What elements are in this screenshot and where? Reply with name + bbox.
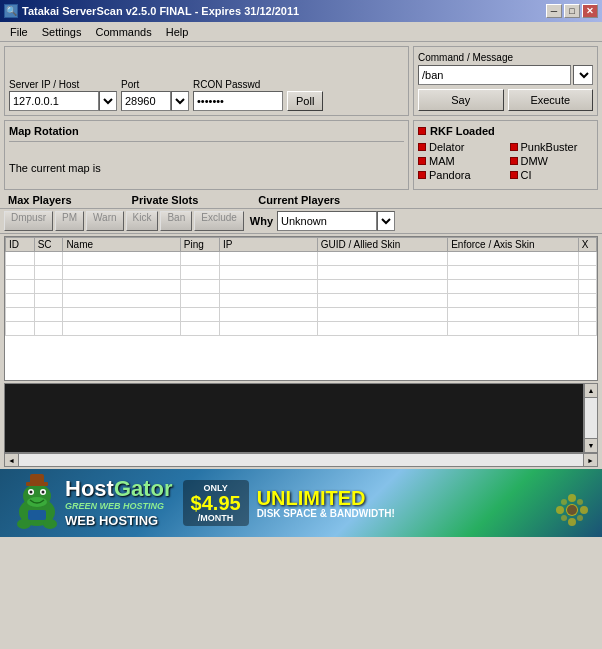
- players-table-container[interactable]: ID SC Name Ping IP GUID / Allied Skin En…: [4, 236, 598, 381]
- cmd-dropdown[interactable]: ▼: [573, 65, 593, 85]
- cmd-label: Command / Message: [418, 52, 513, 63]
- sunflower-svg: [552, 490, 592, 530]
- scroll-right-button[interactable]: ►: [583, 454, 597, 466]
- svg-point-4: [30, 491, 33, 494]
- col-ip: IP: [219, 238, 317, 252]
- cmd-input[interactable]: [418, 65, 571, 85]
- table-row: [6, 252, 597, 266]
- menu-file[interactable]: File: [4, 24, 34, 40]
- ad-banner[interactable]: HostGator GREEN WEB HOSTING WEB HOSTING …: [0, 469, 602, 537]
- delator-dot: [418, 143, 426, 151]
- port-input[interactable]: [121, 91, 171, 111]
- col-sc: SC: [34, 238, 63, 252]
- window-title: Tatakai ServerScan v2.5.0 FINAL - Expire…: [22, 5, 299, 17]
- menu-commands[interactable]: Commands: [89, 24, 157, 40]
- server-label: Server IP / Host: [9, 79, 117, 90]
- plugin-delator: Delator: [418, 141, 502, 153]
- rcon-label: RCON Passwd: [193, 79, 323, 90]
- plugin-ci: CI: [510, 169, 594, 181]
- table-row: [6, 294, 597, 308]
- kick-button[interactable]: Kick: [126, 211, 159, 231]
- menu-help[interactable]: Help: [160, 24, 195, 40]
- minimize-button[interactable]: ─: [546, 4, 562, 18]
- close-button[interactable]: ✕: [582, 4, 598, 18]
- table-row: [6, 280, 597, 294]
- punkbuster-label: PunkBuster: [521, 141, 578, 153]
- ad-web-hosting: WEB HOSTING: [65, 513, 173, 528]
- menu-settings[interactable]: Settings: [36, 24, 88, 40]
- col-x: X: [578, 238, 596, 252]
- ad-logo-block: HostGator GREEN WEB HOSTING WEB HOSTING: [65, 478, 173, 528]
- ban-button[interactable]: Ban: [160, 211, 192, 231]
- svg-point-13: [568, 494, 576, 502]
- plugin-mam: MAM: [418, 155, 502, 167]
- console-container: ▲ ▼: [4, 383, 598, 453]
- current-players-label: Current Players: [258, 194, 340, 206]
- plugin-punkbuster: PunkBuster: [510, 141, 594, 153]
- connection-row: Server IP / Host ▼ Port ▼ RCON Passwd Po…: [0, 42, 602, 118]
- action-bar: Dmpusr PM Warn Kick Ban Exclude Why ▼: [0, 208, 602, 234]
- scroll-left-button[interactable]: ◄: [5, 454, 19, 466]
- plugin-dmw: DMW: [510, 155, 594, 167]
- menu-bar: File Settings Commands Help: [0, 22, 602, 42]
- plugins-grid: Delator PunkBuster MAM DMW Pandora CI: [418, 141, 593, 181]
- svg-point-6: [42, 491, 45, 494]
- ad-logo-text: HostGator: [65, 478, 173, 500]
- server-input[interactable]: [9, 91, 99, 111]
- ad-disk: DISK SPACE & BANDWIDTH!: [257, 508, 395, 519]
- dmpusr-button[interactable]: Dmpusr: [4, 211, 53, 231]
- private-slots-label: Private Slots: [132, 194, 199, 206]
- exclude-button[interactable]: Exclude: [194, 211, 244, 231]
- svg-point-21: [567, 505, 577, 515]
- rkf-panel: RKF Loaded Delator PunkBuster MAM DMW Pa…: [413, 120, 598, 190]
- col-name: Name: [63, 238, 180, 252]
- svg-point-8: [43, 519, 57, 529]
- server-dropdown[interactable]: ▼: [99, 91, 117, 111]
- why-dropdown[interactable]: ▼: [377, 211, 395, 231]
- punkbuster-dot: [510, 143, 518, 151]
- mam-label: MAM: [429, 155, 455, 167]
- why-select-row: ▼: [277, 211, 395, 231]
- table-row: [6, 322, 597, 336]
- col-ping: Ping: [180, 238, 219, 252]
- pandora-label: Pandora: [429, 169, 471, 181]
- poll-button[interactable]: Poll: [287, 91, 323, 111]
- max-players-label: Max Players: [8, 194, 72, 206]
- say-button[interactable]: Say: [418, 89, 504, 111]
- restore-button[interactable]: □: [564, 4, 580, 18]
- players-header: Max Players Private Slots Current Player…: [0, 192, 602, 208]
- vertical-scrollbar[interactable]: ▲ ▼: [584, 383, 598, 453]
- svg-point-7: [17, 519, 31, 529]
- table-row: [6, 266, 597, 280]
- rkf-dot: [418, 127, 426, 135]
- pandora-dot: [418, 171, 426, 179]
- warn-button[interactable]: Warn: [86, 211, 124, 231]
- players-table: ID SC Name Ping IP GUID / Allied Skin En…: [5, 237, 597, 336]
- why-label: Why: [250, 215, 273, 227]
- ad-gator: Gator: [114, 476, 173, 501]
- rkf-loaded-label: RKF Loaded: [430, 125, 495, 137]
- current-map-label: The current map is: [9, 162, 404, 174]
- port-dropdown[interactable]: ▼: [171, 91, 189, 111]
- why-input[interactable]: [277, 211, 377, 231]
- svg-point-14: [568, 518, 576, 526]
- svg-rect-10: [30, 474, 44, 484]
- rcon-input[interactable]: [193, 91, 283, 111]
- execute-button[interactable]: Execute: [508, 89, 594, 111]
- table-row: [6, 308, 597, 322]
- map-title: Map Rotation: [9, 125, 404, 137]
- delator-label: Delator: [429, 141, 464, 153]
- scroll-up-button[interactable]: ▲: [585, 384, 597, 398]
- ad-price: $4.95: [191, 493, 241, 513]
- col-guid: GUID / Allied Skin: [317, 238, 447, 252]
- ci-dot: [510, 171, 518, 179]
- horizontal-scrollbar[interactable]: ◄ ►: [4, 453, 598, 467]
- scroll-down-button[interactable]: ▼: [585, 438, 597, 452]
- console-area[interactable]: [4, 383, 584, 453]
- rcon-field-group: RCON Passwd Poll: [193, 79, 323, 111]
- title-bar-left: 🔍 Tatakai ServerScan v2.5.0 FINAL - Expi…: [4, 4, 299, 18]
- col-enforce: Enforce / Axis Skin: [448, 238, 578, 252]
- ad-right-block: UNLIMITED DISK SPACE & BANDWIDTH!: [257, 488, 395, 519]
- ad-decoration: [552, 490, 592, 532]
- pm-button[interactable]: PM: [55, 211, 84, 231]
